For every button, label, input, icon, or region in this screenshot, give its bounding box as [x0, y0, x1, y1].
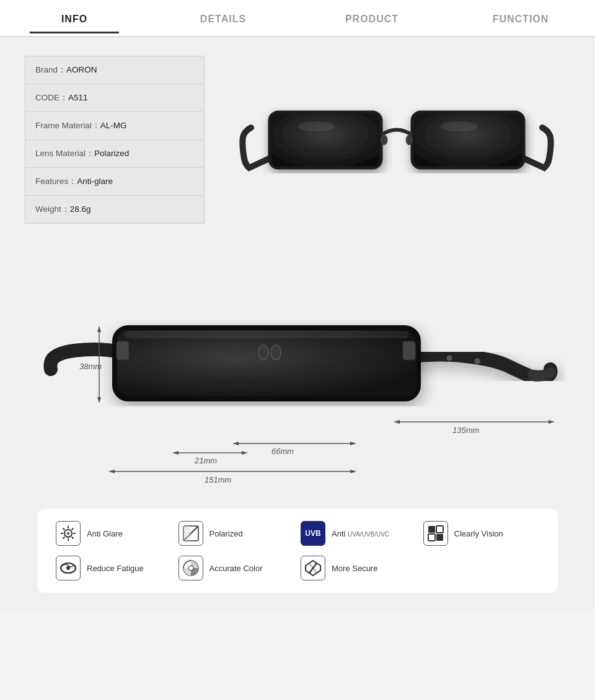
spec-brand: Brand：AORON: [25, 56, 204, 84]
svg-rect-13: [117, 341, 129, 360]
feature-anti-glare: Anti Glare: [56, 521, 172, 546]
svg-line-45: [63, 537, 65, 539]
svg-marker-22: [549, 420, 555, 424]
svg-rect-48: [183, 526, 190, 541]
glasses-front-svg: [236, 72, 558, 208]
svg-line-42: [63, 528, 65, 530]
spec-weight: Weight：28.6g: [25, 196, 204, 223]
accurate-color-label: Accurate Color: [209, 564, 263, 573]
svg-rect-12: [403, 341, 415, 360]
features-box: Anti Glare Polarized UVB: [37, 509, 558, 593]
svg-rect-1: [412, 112, 524, 168]
spec-frame: Frame Material：AL-MG: [25, 112, 204, 140]
svg-point-5: [440, 121, 477, 131]
svg-point-57: [188, 566, 193, 571]
specs-box: Brand：AORON CODE：A511 Frame Material：AL-…: [25, 56, 205, 224]
svg-marker-26: [350, 442, 356, 445]
anti-glare-icon: [56, 521, 81, 546]
svg-text:21mm: 21mm: [194, 456, 217, 465]
svg-point-10: [271, 345, 281, 360]
clearly-vision-icon: [423, 521, 448, 546]
features-grid: Anti Glare Polarized UVB: [56, 521, 539, 580]
navigation: INFO DETAILS PRODUCT FUNCTION: [0, 0, 595, 37]
main-content: Brand：AORON CODE：A511 Frame Material：AL-…: [0, 37, 595, 611]
nav-info[interactable]: INFO: [0, 2, 149, 33]
feature-reduce-fatigue: Reduce Fatigue: [56, 556, 172, 580]
feature-more-secure: More Secure: [301, 556, 417, 580]
more-secure-icon: [301, 556, 325, 580]
svg-text:38mm: 38mm: [79, 362, 102, 371]
svg-point-3: [406, 135, 412, 145]
info-section: Brand：AORON CODE：A511 Frame Material：AL-…: [25, 56, 570, 224]
svg-point-2: [381, 135, 387, 145]
svg-point-14: [447, 356, 452, 361]
reduce-fatigue-label: Reduce Fatigue: [87, 564, 144, 573]
glasses-side-svg: 38mm 135mm 66mm 21mm 151mm: [43, 261, 589, 496]
spec-lens: Lens Material：Polarized: [25, 140, 204, 168]
polarized-label: Polarized: [209, 529, 243, 538]
svg-line-43: [72, 537, 74, 539]
svg-marker-25: [232, 442, 239, 445]
feature-clearly-vision: Clearly Vision: [423, 521, 540, 546]
svg-line-44: [72, 528, 74, 530]
svg-rect-51: [428, 534, 435, 541]
uv-icon: UVB: [301, 521, 325, 546]
svg-marker-29: [172, 451, 178, 455]
svg-text:151mm: 151mm: [205, 475, 232, 484]
svg-marker-21: [394, 420, 400, 424]
svg-marker-33: [108, 470, 115, 473]
feature-anti-uv: UVB Anti UVA/UVB/UVC: [301, 521, 417, 546]
nav-product[interactable]: PRODUCT: [298, 2, 446, 33]
svg-point-9: [258, 345, 268, 360]
svg-marker-30: [242, 451, 248, 455]
svg-rect-49: [428, 526, 435, 533]
svg-marker-18: [97, 397, 101, 403]
spec-features: Features：Anti-glare: [25, 168, 204, 196]
svg-rect-52: [436, 534, 443, 541]
svg-point-4: [298, 121, 335, 131]
anti-glare-label: Anti Glare: [87, 529, 123, 538]
svg-text:135mm: 135mm: [452, 426, 480, 435]
svg-text:66mm: 66mm: [271, 447, 294, 456]
svg-marker-17: [97, 326, 101, 332]
feature-accurate-color: Accurate Color: [178, 556, 295, 580]
svg-marker-34: [350, 470, 356, 473]
dimensions-section: 38mm 135mm 66mm 21mm 151mm: [25, 248, 570, 509]
product-front-image-area: [223, 56, 570, 224]
accurate-color-icon: [178, 556, 203, 580]
feature-polarized: Polarized: [178, 521, 295, 546]
reduce-fatigue-icon: [56, 556, 81, 580]
more-secure-label: More Secure: [332, 564, 377, 573]
svg-rect-8: [119, 331, 416, 396]
svg-rect-50: [436, 526, 443, 533]
svg-rect-0: [270, 112, 381, 168]
nav-function[interactable]: FUNCTION: [446, 2, 595, 33]
polarized-icon: [178, 521, 203, 546]
anti-uv-label: Anti UVA/UVB/UVC: [332, 529, 389, 538]
clearly-vision-label: Clearly Vision: [454, 529, 503, 538]
svg-point-15: [475, 359, 480, 364]
nav-details[interactable]: DETAILS: [149, 2, 298, 33]
svg-point-37: [67, 532, 69, 535]
spec-code: CODE：A511: [25, 84, 204, 112]
svg-point-55: [66, 566, 70, 570]
svg-rect-11: [124, 331, 409, 338]
